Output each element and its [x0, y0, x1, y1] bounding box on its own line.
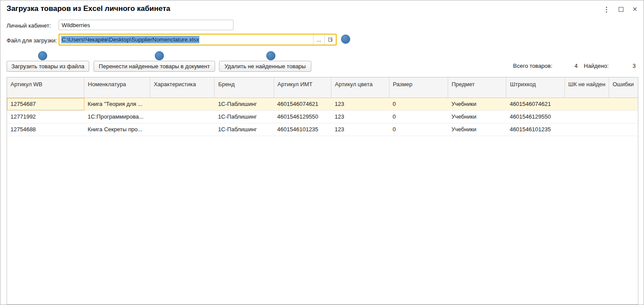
table-row[interactable]: 12754688Книга Секреты про...1С-Паблишинг…	[7, 123, 638, 136]
total-products-label: Всего товаров:	[513, 63, 553, 69]
table-cell[interactable]: 0	[389, 98, 448, 110]
cabinet-input[interactable]	[59, 20, 233, 30]
table-cell[interactable]	[609, 123, 638, 136]
column-header-7[interactable]: Размер	[389, 77, 448, 98]
products-table: Артикул WBНоменклатураХарактеристикаБрен…	[7, 77, 638, 305]
table-body: 12754687Книга "Теория для ...1С-Паблишин…	[7, 98, 638, 136]
table-cell[interactable]: 123	[331, 98, 389, 110]
maximize-glyph	[619, 7, 623, 12]
table-cell[interactable]	[150, 110, 215, 123]
table-cell[interactable]: 4601546129550	[274, 110, 331, 123]
table-row[interactable]: 12754687Книга "Теория для ...1С-Паблишин…	[7, 98, 638, 110]
column-header-10[interactable]: ШК не найден	[564, 77, 609, 98]
page-title: Загрузка товаров из Excel личного кабине…	[7, 4, 171, 13]
table-cell[interactable]	[150, 123, 215, 136]
column-header-3[interactable]: Характеристика	[150, 77, 215, 98]
table-cell[interactable]: Учебники	[448, 98, 506, 110]
open-icon	[328, 38, 332, 42]
table-cell[interactable]: 12754688	[7, 123, 84, 136]
table-cell[interactable]: 4601546101235	[274, 123, 331, 136]
browse-button[interactable]: ...	[313, 35, 324, 45]
table-cell[interactable]	[564, 98, 609, 110]
table-cell[interactable]	[609, 110, 638, 123]
found-label: Найдено:	[584, 63, 609, 69]
total-products-value: 4	[552, 63, 578, 69]
close-icon[interactable]: ✕	[632, 5, 637, 14]
table-cell[interactable]	[564, 110, 609, 123]
column-header-8[interactable]: Предмет	[448, 77, 506, 98]
table-cell[interactable]: 0	[389, 110, 448, 123]
file-path-text: C:\Users\Чекарёв\Desktop\SupplierNomencl…	[61, 36, 199, 43]
file-path-input[interactable]: C:\Users\Чекарёв\Desktop\SupplierNomencl…	[59, 35, 313, 45]
annotation-dot	[155, 51, 164, 60]
annotation-dot	[341, 35, 350, 44]
table-row[interactable]: 127719921С:Программирова...1С-Паблишинг4…	[7, 110, 638, 123]
table-cell[interactable]: 1С-Паблишинг	[215, 123, 274, 136]
more-menu-icon[interactable]: ⋮	[603, 5, 610, 14]
column-header-9[interactable]: Штрихкод	[506, 77, 564, 98]
column-header-2[interactable]: Номенклатура	[84, 77, 150, 98]
table-cell[interactable]: 12771992	[7, 110, 84, 123]
open-button[interactable]	[324, 35, 336, 45]
table-cell[interactable]: 123	[331, 123, 389, 136]
transfer-products-button[interactable]: Перенести найденные товары в документ	[94, 61, 215, 72]
delete-products-button[interactable]: Удалить не найденные товары	[219, 61, 311, 72]
table-cell[interactable]: Учебники	[448, 123, 506, 136]
maximize-icon[interactable]	[619, 5, 623, 14]
column-header-4[interactable]: Бренд	[215, 77, 274, 98]
column-header-6[interactable]: Артикул цвета	[331, 77, 389, 98]
found-value: 3	[609, 63, 636, 69]
cabinet-label: Личный кабинет:	[7, 22, 51, 29]
table-cell[interactable]: 4601546074621	[506, 98, 564, 110]
table-cell[interactable]	[564, 123, 609, 136]
file-label: Файл для загрузки:	[7, 37, 57, 44]
table-cell[interactable]: Учебники	[448, 110, 506, 123]
window-controls: ⋮ ✕	[603, 5, 637, 14]
table-header-row: Артикул WBНоменклатураХарактеристикаБрен…	[7, 77, 638, 98]
totals-bar: Всего товаров: 4 Найдено: 3	[513, 63, 636, 69]
table-cell[interactable]	[150, 98, 215, 110]
table-cell[interactable]: 12754687	[7, 98, 84, 110]
table-cell[interactable]: Книга Секреты про...	[84, 123, 150, 136]
table-cell[interactable]: 4601546129550	[506, 110, 564, 123]
table-cell[interactable]: Книга "Теория для ...	[84, 98, 150, 110]
annotation-dot	[38, 51, 47, 60]
table-cell[interactable]: 1С-Паблишинг	[215, 98, 274, 110]
table-cell[interactable]: 1С:Программирова...	[84, 110, 150, 123]
load-products-button[interactable]: Загрузить товары из файла	[7, 61, 89, 72]
table-cell[interactable]: 123	[331, 110, 389, 123]
column-header-11[interactable]: Ошибки	[609, 77, 638, 98]
column-header-1[interactable]: Артикул WB	[7, 77, 84, 98]
file-input-group: C:\Users\Чекарёв\Desktop\SupplierNomencl…	[59, 34, 337, 46]
table-cell[interactable]: 0	[389, 123, 448, 136]
column-header-5[interactable]: Артикул ИМТ	[274, 77, 331, 98]
table-cell[interactable]: 1С-Паблишинг	[215, 110, 274, 123]
table-cell[interactable]: 4601546101235	[506, 123, 564, 136]
table-cell[interactable]: 4601546074621	[274, 98, 331, 110]
table-cell[interactable]	[609, 98, 638, 110]
annotation-dot	[266, 51, 275, 60]
